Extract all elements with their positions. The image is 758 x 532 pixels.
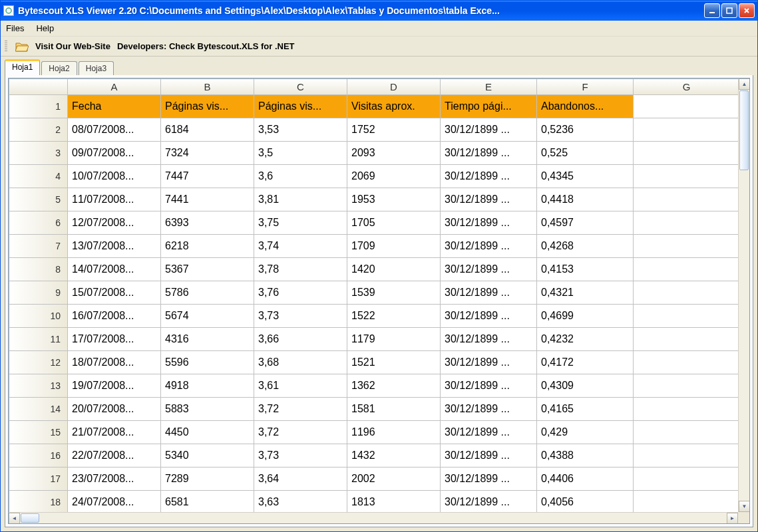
cell[interactable]: 1705 (347, 211, 441, 235)
row-header[interactable]: 1 (9, 95, 68, 118)
cell[interactable]: 1581 (347, 398, 441, 421)
column-header-A[interactable]: A (68, 79, 161, 95)
cell[interactable]: 12/07/2008... (68, 211, 161, 235)
cell[interactable]: 10/07/2008... (68, 165, 161, 188)
cell[interactable]: 17/07/2008... (68, 328, 161, 351)
cell[interactable]: 2069 (347, 165, 441, 188)
cell[interactable]: 4450 (161, 421, 254, 444)
cell[interactable]: 7447 (161, 165, 254, 188)
horizontal-scrollbar[interactable]: ◄ ► (9, 512, 738, 523)
minimize-button[interactable] (704, 3, 720, 18)
cell[interactable]: 4918 (161, 374, 254, 398)
maximize-button[interactable] (721, 3, 737, 18)
cell[interactable] (634, 398, 739, 421)
cell[interactable]: 3,73 (254, 444, 347, 467)
cell[interactable]: 0,525 (537, 142, 634, 165)
cell[interactable]: 3,53 (254, 118, 347, 142)
cell[interactable]: 0,4232 (537, 328, 634, 351)
cell[interactable]: 5786 (161, 281, 254, 305)
scroll-down-icon[interactable]: ▼ (739, 501, 750, 512)
cell[interactable]: Tiempo pági... (441, 95, 537, 118)
cell[interactable]: 30/12/1899 ... (441, 258, 537, 281)
row-header[interactable]: 8 (9, 258, 68, 281)
cell[interactable]: 3,5 (254, 142, 347, 165)
cell[interactable]: 30/12/1899 ... (441, 188, 537, 211)
tab-hoja1[interactable]: Hoja1 (5, 59, 40, 75)
menu-files[interactable]: Files (6, 23, 24, 33)
cell[interactable] (634, 118, 739, 142)
cell[interactable] (634, 281, 739, 305)
cell[interactable]: 16/07/2008... (68, 305, 161, 328)
cell[interactable]: 2002 (347, 467, 441, 491)
row-header[interactable]: 7 (9, 235, 68, 258)
cell[interactable]: 30/12/1899 ... (441, 165, 537, 188)
cell[interactable]: 3,74 (254, 235, 347, 258)
cell[interactable]: 0,429 (537, 421, 634, 444)
cell[interactable]: 1522 (347, 305, 441, 328)
cell[interactable]: 1362 (347, 374, 441, 398)
cell[interactable]: 1709 (347, 235, 441, 258)
cell[interactable] (634, 328, 739, 351)
row-header[interactable]: 12 (9, 351, 68, 374)
cell[interactable]: 3,63 (254, 491, 347, 513)
cell[interactable]: 0,4321 (537, 281, 634, 305)
row-header[interactable]: 11 (9, 328, 68, 351)
row-header[interactable]: 16 (9, 444, 68, 467)
cell[interactable]: 0,4268 (537, 235, 634, 258)
row-header[interactable]: 3 (9, 142, 68, 165)
grid-viewport[interactable]: ABCDEFG1FechaPáginas vis...Páginas vis..… (9, 78, 738, 512)
cell[interactable]: 3,81 (254, 188, 347, 211)
cell[interactable]: 5674 (161, 305, 254, 328)
cell[interactable]: 30/12/1899 ... (441, 351, 537, 374)
cell[interactable]: 1179 (347, 328, 441, 351)
cell[interactable] (634, 305, 739, 328)
cell[interactable]: 13/07/2008... (68, 235, 161, 258)
cell[interactable]: 09/07/2008... (68, 142, 161, 165)
row-header[interactable]: 6 (9, 211, 68, 235)
cell[interactable]: 3,72 (254, 398, 347, 421)
cell[interactable]: 3,64 (254, 467, 347, 491)
cell[interactable]: 11/07/2008... (68, 188, 161, 211)
cell[interactable]: 14/07/2008... (68, 258, 161, 281)
tab-hoja3[interactable]: Hoja3 (79, 61, 114, 75)
cell[interactable]: 5596 (161, 351, 254, 374)
column-header-F[interactable]: F (537, 79, 634, 95)
cell[interactable]: 1420 (347, 258, 441, 281)
cell[interactable]: 6184 (161, 118, 254, 142)
cell[interactable]: 1953 (347, 188, 441, 211)
column-header-G[interactable]: G (634, 79, 739, 95)
column-header-C[interactable]: C (254, 79, 347, 95)
cell[interactable] (634, 142, 739, 165)
cell[interactable]: 1752 (347, 118, 441, 142)
cell[interactable]: 21/07/2008... (68, 421, 161, 444)
titlebar[interactable]: Bytescout XLS Viewer 2.20 C:\Documents a… (1, 1, 757, 21)
cell[interactable]: 30/12/1899 ... (441, 211, 537, 235)
cell[interactable] (634, 235, 739, 258)
cell[interactable] (634, 374, 739, 398)
cell[interactable]: 1521 (347, 351, 441, 374)
cell[interactable]: 18/07/2008... (68, 351, 161, 374)
column-header-D[interactable]: D (347, 79, 441, 95)
cell[interactable]: 30/12/1899 ... (441, 142, 537, 165)
cell[interactable]: 30/12/1899 ... (441, 467, 537, 491)
scroll-up-icon[interactable]: ▲ (739, 78, 750, 90)
cell[interactable]: 30/12/1899 ... (441, 328, 537, 351)
developers-link[interactable]: Developers: Check Bytescout.XLS for .NET (117, 41, 295, 51)
cell[interactable]: 30/12/1899 ... (441, 398, 537, 421)
cell[interactable] (634, 95, 739, 118)
cell[interactable]: 3,68 (254, 351, 347, 374)
row-header[interactable]: 2 (9, 118, 68, 142)
cell[interactable]: 30/12/1899 ... (441, 235, 537, 258)
cell[interactable]: 3,61 (254, 374, 347, 398)
close-button[interactable] (739, 3, 755, 18)
cell[interactable]: Abandonos... (537, 95, 634, 118)
cell[interactable]: 0,4406 (537, 467, 634, 491)
cell[interactable]: 6218 (161, 235, 254, 258)
cell[interactable]: Fecha (68, 95, 161, 118)
cell[interactable]: 1432 (347, 444, 441, 467)
cell[interactable]: 0,4165 (537, 398, 634, 421)
cell[interactable]: Visitas aprox. (347, 95, 441, 118)
cell[interactable]: 20/07/2008... (68, 398, 161, 421)
row-header[interactable]: 10 (9, 305, 68, 328)
cell[interactable]: 3,78 (254, 258, 347, 281)
